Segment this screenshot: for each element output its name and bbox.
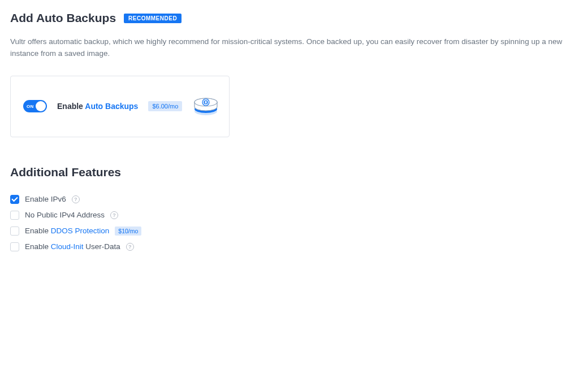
feature-label-text: Enable [25,242,51,251]
feature-row: No Public IPv4 Address? [10,211,569,220]
feature-checkbox[interactable] [10,195,19,204]
feature-label: Enable DDOS Protection [25,227,109,235]
help-icon[interactable]: ? [72,195,80,203]
help-icon[interactable]: ? [126,243,134,251]
auto-backups-link[interactable]: Auto Backups [85,102,138,111]
enable-prefix: Enable [57,102,85,111]
feature-row: Enable Cloud-Init User-Data? [10,242,569,251]
feature-label: Enable Cloud-Init User-Data [25,242,120,251]
toggle-knob [36,101,46,111]
feature-link[interactable]: DDOS Protection [51,227,110,235]
auto-backups-label: Enable Auto Backups [57,102,138,111]
backups-description: Vultr offers automatic backup, which we … [10,36,564,60]
feature-label-text: Enable [25,227,51,235]
feature-row: Enable IPv6? [10,195,569,204]
disk-stack-icon [192,92,219,121]
feature-label: No Public IPv4 Address [25,211,105,219]
features-title: Additional Features [10,165,569,179]
auto-backups-price: $6.00/mo [148,101,182,111]
feature-label-text: No Public IPv4 Address [25,211,105,219]
feature-checkbox[interactable] [10,211,19,220]
backup-card: ON Enable Auto Backups $6.00/mo [10,76,230,137]
help-icon[interactable]: ? [110,211,118,219]
feature-checkbox[interactable] [10,242,19,251]
feature-link[interactable]: Cloud-Init [51,242,84,251]
backups-title: Add Auto Backups [10,11,116,25]
feature-label-suffix: User-Data [84,242,120,251]
feature-label: Enable IPv6 [25,195,66,203]
auto-backups-toggle[interactable]: ON [23,100,47,112]
svg-point-4 [202,99,209,106]
toggle-state-label: ON [27,104,34,109]
features-list: Enable IPv6?No Public IPv4 Address?Enabl… [10,195,569,251]
recommended-badge: RECOMMENDED [124,14,182,23]
feature-price: $10/mo [115,227,141,236]
feature-label-text: Enable IPv6 [25,195,66,203]
feature-row: Enable DDOS Protection$10/mo [10,227,569,236]
feature-checkbox[interactable] [10,227,19,236]
